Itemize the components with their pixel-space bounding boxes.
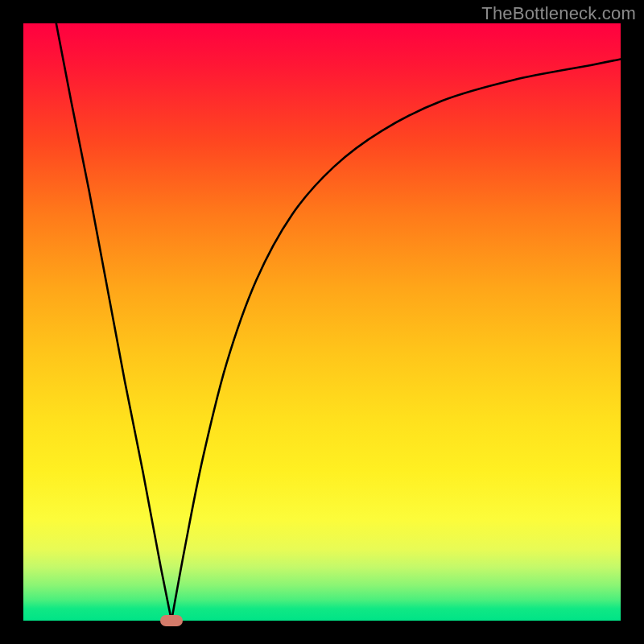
- curve-path: [56, 23, 621, 621]
- watermark-text: TheBottleneck.com: [481, 3, 636, 24]
- optimal-marker: [160, 615, 183, 626]
- plot-area: [23, 23, 621, 621]
- chart-frame: TheBottleneck.com: [0, 0, 644, 644]
- bottleneck-curve: [23, 23, 621, 621]
